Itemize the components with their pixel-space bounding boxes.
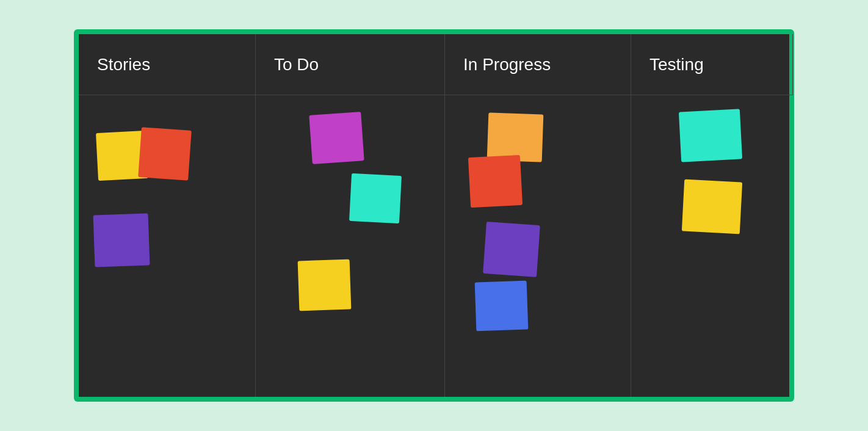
column-header-inprogress: In Progress — [445, 34, 631, 95]
sticky-note[interactable] — [138, 127, 192, 181]
sticky-note[interactable] — [298, 259, 352, 311]
column-header-stories: Stories — [79, 34, 256, 95]
board-wrapper: Stories To Do In Progress Testing — [74, 29, 794, 402]
sticky-note[interactable] — [682, 179, 742, 234]
column-header-todo: To Do — [256, 34, 445, 95]
sticky-note[interactable] — [475, 281, 529, 331]
column-body-stories — [79, 95, 256, 397]
column-body-todo — [256, 95, 445, 397]
column-title-testing: Testing — [649, 55, 704, 74]
column-body-inprogress — [445, 95, 631, 397]
column-body-testing — [631, 95, 793, 397]
sticky-note[interactable] — [679, 109, 742, 162]
sticky-note[interactable] — [349, 173, 402, 223]
column-title-todo: To Do — [274, 55, 319, 74]
sticky-note[interactable] — [93, 213, 150, 267]
column-title-stories: Stories — [97, 55, 150, 74]
sticky-note[interactable] — [468, 155, 523, 208]
sticky-note[interactable] — [483, 222, 540, 277]
column-title-inprogress: In Progress — [463, 55, 551, 74]
column-header-testing: Testing — [631, 34, 793, 95]
kanban-board: Stories To Do In Progress Testing — [79, 34, 789, 397]
sticky-note[interactable] — [309, 112, 364, 164]
